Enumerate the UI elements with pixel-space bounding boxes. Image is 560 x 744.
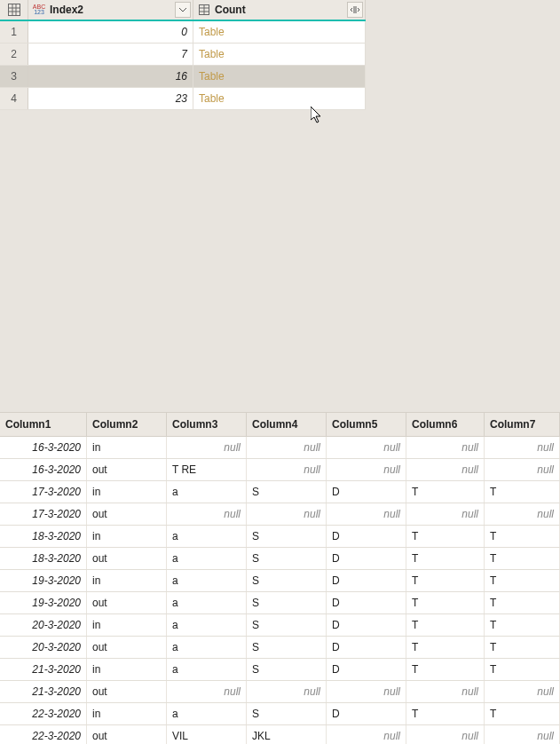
- preview-cell[interactable]: T: [406, 614, 485, 636]
- preview-cell[interactable]: T: [406, 526, 485, 547]
- preview-cell[interactable]: 20-3-2020: [0, 637, 87, 658]
- preview-grid-row[interactable]: 16-3-2020outT REnullnullnullnull: [0, 459, 560, 481]
- preview-cell[interactable]: null: [406, 681, 485, 702]
- preview-cell[interactable]: in: [87, 437, 167, 458]
- preview-cell[interactable]: in: [87, 481, 167, 503]
- preview-cell[interactable]: out: [87, 548, 167, 569]
- preview-cell[interactable]: null: [247, 681, 327, 702]
- preview-cell[interactable]: 18-3-2020: [0, 548, 87, 569]
- preview-cell[interactable]: T: [406, 703, 485, 724]
- preview-cell[interactable]: 16-3-2020: [0, 459, 87, 480]
- preview-cell[interactable]: in: [87, 659, 167, 680]
- preview-cell[interactable]: null: [327, 681, 406, 702]
- preview-cell[interactable]: null: [247, 503, 327, 525]
- preview-cell[interactable]: S: [247, 637, 327, 658]
- preview-cell[interactable]: a: [167, 659, 247, 680]
- preview-cell[interactable]: 17-3-2020: [0, 481, 87, 503]
- preview-cell[interactable]: null: [327, 503, 406, 525]
- preview-grid-row[interactable]: 21-3-2020outnullnullnullnullnull: [0, 681, 560, 703]
- cell-index2[interactable]: 16: [28, 66, 193, 87]
- cell-index2[interactable]: 0: [28, 21, 193, 43]
- preview-cell[interactable]: D: [327, 614, 406, 636]
- preview-column-header[interactable]: Column6: [406, 413, 485, 436]
- preview-cell[interactable]: S: [247, 526, 327, 547]
- preview-cell[interactable]: 20-3-2020: [0, 614, 87, 636]
- preview-cell[interactable]: a: [167, 703, 247, 724]
- preview-cell[interactable]: T: [485, 548, 560, 569]
- preview-grid-row[interactable]: 21-3-2020inaSDTT: [0, 659, 560, 681]
- row-number[interactable]: 3: [0, 66, 28, 87]
- preview-cell[interactable]: D: [327, 592, 406, 613]
- preview-cell[interactable]: null: [167, 437, 247, 458]
- preview-cell[interactable]: out: [87, 459, 167, 480]
- preview-cell[interactable]: a: [167, 614, 247, 636]
- preview-data-grid[interactable]: Column1Column2Column3Column4Column5Colum…: [0, 412, 560, 744]
- preview-cell[interactable]: null: [327, 459, 406, 480]
- preview-cell[interactable]: 19-3-2020: [0, 570, 87, 591]
- preview-cell[interactable]: a: [167, 481, 247, 503]
- preview-cell[interactable]: null: [485, 437, 560, 458]
- preview-column-header[interactable]: Column4: [247, 413, 327, 436]
- preview-cell[interactable]: null: [485, 503, 560, 525]
- preview-cell[interactable]: T: [406, 637, 485, 658]
- preview-cell[interactable]: null: [485, 681, 560, 702]
- preview-cell[interactable]: 18-3-2020: [0, 526, 87, 547]
- preview-cell[interactable]: null: [167, 681, 247, 702]
- cell-count-link[interactable]: Table: [193, 66, 366, 87]
- preview-cell[interactable]: T: [406, 570, 485, 591]
- preview-cell[interactable]: T: [485, 703, 560, 724]
- column-expand-button[interactable]: [347, 2, 363, 18]
- preview-column-header[interactable]: Column7: [485, 413, 560, 436]
- column-filter-button[interactable]: [175, 2, 191, 18]
- preview-cell[interactable]: null: [327, 437, 406, 458]
- preview-cell[interactable]: a: [167, 637, 247, 658]
- preview-cell[interactable]: T: [485, 592, 560, 613]
- preview-cell[interactable]: null: [485, 459, 560, 480]
- preview-cell[interactable]: in: [87, 614, 167, 636]
- preview-cell[interactable]: T: [485, 614, 560, 636]
- preview-cell[interactable]: out: [87, 681, 167, 702]
- preview-cell[interactable]: T: [406, 592, 485, 613]
- top-grid-row[interactable]: 10Table: [0, 21, 366, 44]
- preview-cell[interactable]: T: [406, 548, 485, 569]
- top-grid-row[interactable]: 316Table: [0, 66, 366, 88]
- cell-count-link[interactable]: Table: [193, 88, 366, 109]
- column-header-count[interactable]: Count: [193, 0, 366, 20]
- top-data-grid[interactable]: ABC123 Index2 Count 10Table27Table316Tab…: [0, 0, 366, 110]
- preview-grid-row[interactable]: 22-3-2020outVILJKLnullnullnull: [0, 725, 560, 744]
- preview-cell[interactable]: VIL: [167, 725, 247, 744]
- preview-cell[interactable]: null: [247, 437, 327, 458]
- preview-column-header[interactable]: Column1: [0, 413, 87, 436]
- preview-cell[interactable]: T RE: [167, 459, 247, 480]
- preview-cell[interactable]: 19-3-2020: [0, 592, 87, 613]
- select-all-corner[interactable]: [0, 0, 28, 20]
- cell-index2[interactable]: 7: [28, 44, 193, 65]
- preview-cell[interactable]: null: [406, 503, 485, 525]
- top-grid-row[interactable]: 423Table: [0, 88, 366, 110]
- preview-cell[interactable]: 22-3-2020: [0, 725, 87, 744]
- preview-cell[interactable]: S: [247, 614, 327, 636]
- preview-cell[interactable]: T: [485, 526, 560, 547]
- preview-cell[interactable]: S: [247, 570, 327, 591]
- preview-cell[interactable]: in: [87, 703, 167, 724]
- preview-grid-row[interactable]: 20-3-2020inaSDTT: [0, 614, 560, 637]
- preview-cell[interactable]: a: [167, 548, 247, 569]
- preview-cell[interactable]: out: [87, 503, 167, 525]
- preview-cell[interactable]: S: [247, 703, 327, 724]
- preview-cell[interactable]: D: [327, 637, 406, 658]
- cell-count-link[interactable]: Table: [193, 44, 366, 65]
- preview-cell[interactable]: 17-3-2020: [0, 503, 87, 525]
- preview-grid-row[interactable]: 20-3-2020outaSDTT: [0, 637, 560, 659]
- row-number[interactable]: 2: [0, 44, 28, 65]
- preview-cell[interactable]: D: [327, 570, 406, 591]
- preview-cell[interactable]: T: [485, 637, 560, 658]
- preview-grid-row[interactable]: 22-3-2020inaSDTT: [0, 703, 560, 725]
- preview-cell[interactable]: 16-3-2020: [0, 437, 87, 458]
- preview-cell[interactable]: null: [406, 459, 485, 480]
- preview-cell[interactable]: T: [485, 570, 560, 591]
- preview-cell[interactable]: in: [87, 526, 167, 547]
- preview-grid-row[interactable]: 17-3-2020inaSDTT: [0, 481, 560, 503]
- preview-cell[interactable]: null: [406, 725, 485, 744]
- row-number[interactable]: 1: [0, 21, 28, 43]
- preview-column-header[interactable]: Column3: [167, 413, 247, 436]
